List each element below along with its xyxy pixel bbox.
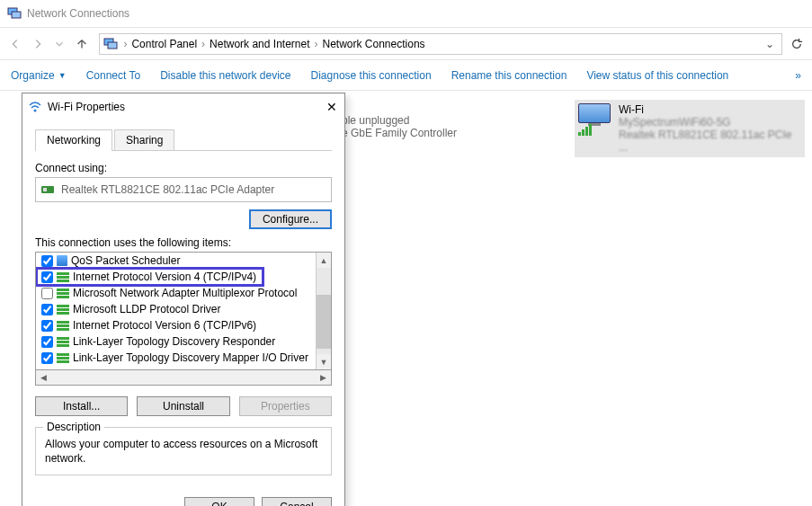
service-icon	[57, 255, 67, 266]
command-toolbar: Organize▼ Connect To Disable this networ…	[0, 60, 812, 91]
adapter-list: ble unplugged e GbE Family Controller Wi…	[342, 100, 805, 157]
protocol-icon	[57, 337, 69, 346]
item-label: Internet Protocol Version 4 (TCP/IPv4)	[73, 271, 256, 283]
up-button[interactable]	[74, 33, 91, 55]
scroll-left-icon[interactable]: ◀	[36, 370, 51, 385]
description-text: Allows your computer to access resources…	[45, 437, 322, 466]
item-checkbox[interactable]	[41, 288, 53, 299]
item-checkbox[interactable]	[41, 320, 53, 332]
protocol-icon	[57, 305, 69, 314]
configure-button[interactable]: Configure...	[249, 209, 332, 229]
forward-button[interactable]	[30, 33, 47, 55]
refresh-button[interactable]	[788, 33, 805, 55]
adapter-name: Wi-Fi	[619, 103, 801, 116]
wifi-adapter-icon	[578, 103, 611, 130]
item-label: Microsoft LLDP Protocol Driver	[73, 303, 221, 315]
scroll-up-icon[interactable]: ▲	[317, 253, 331, 268]
item-checkbox[interactable]	[41, 255, 53, 267]
folder-icon	[103, 37, 118, 51]
crumb-control-panel[interactable]: Control Panel	[129, 38, 200, 50]
item-label: Link-Layer Topology Discovery Mapper I/O…	[73, 351, 308, 364]
nic-icon	[41, 184, 56, 195]
network-app-icon	[7, 6, 22, 21]
more-commands-icon[interactable]: »	[795, 69, 801, 82]
scroll-right-icon[interactable]: ▶	[316, 370, 331, 385]
connect-using-label: Connect using:	[35, 162, 332, 174]
adapter-status: ble unplugged	[342, 114, 564, 127]
wifi-icon	[28, 100, 42, 114]
svg-rect-6	[43, 188, 47, 191]
items-listbox[interactable]: QoS Packet SchedulerInternet Protocol Ve…	[35, 252, 332, 370]
protocol-icon	[57, 289, 69, 297]
item-label: Internet Protocol Version 6 (TCP/IPv6)	[73, 319, 256, 332]
svg-rect-3	[108, 42, 117, 49]
item-checkbox[interactable]	[41, 352, 53, 364]
address-dropdown[interactable]: ⌄	[762, 38, 778, 50]
main-area: ble unplugged e GbE Family Controller Wi…	[0, 91, 812, 506]
list-item[interactable]: Microsoft LLDP Protocol Driver	[36, 301, 316, 317]
protocol-icon	[57, 353, 69, 362]
adapter-ethernet-partial[interactable]: ble unplugged e GbE Family Controller	[342, 100, 564, 139]
list-item[interactable]: Microsoft Network Adapter Multiplexor Pr…	[36, 285, 316, 301]
svg-rect-1	[12, 12, 21, 18]
ok-button[interactable]: OK	[184, 497, 254, 506]
back-button[interactable]	[7, 33, 24, 55]
wifi-properties-dialog: Wi-Fi Properties ✕ Networking Sharing Co…	[22, 93, 345, 506]
properties-button[interactable]: Properties	[239, 396, 332, 416]
dialog-title: Wi-Fi Properties	[48, 101, 125, 113]
item-label: Microsoft Network Adapter Multiplexor Pr…	[73, 287, 297, 299]
crumb-network-internet[interactable]: Network and Internet	[207, 38, 312, 50]
organize-menu[interactable]: Organize▼	[11, 69, 67, 82]
item-label: QoS Packet Scheduler	[71, 254, 180, 267]
list-item[interactable]: Internet Protocol Version 6 (TCP/IPv6)	[36, 317, 316, 333]
adapter-field[interactable]: Realtek RTL8821CE 802.11ac PCIe Adapter	[35, 177, 332, 202]
item-checkbox[interactable]	[41, 336, 53, 348]
list-item[interactable]: Internet Protocol Version 4 (TCP/IPv4)	[36, 269, 316, 285]
diagnose-button[interactable]: Diagnose this connection	[311, 69, 432, 82]
chevron-down-icon: ▼	[58, 71, 67, 80]
tab-strip: Networking Sharing	[35, 129, 332, 151]
chevron-right-icon: ›	[200, 38, 207, 50]
scroll-down-icon[interactable]: ▼	[317, 354, 331, 369]
svg-point-4	[34, 110, 37, 112]
rename-button[interactable]: Rename this connection	[451, 69, 567, 82]
tab-sharing[interactable]: Sharing	[114, 129, 174, 150]
item-checkbox[interactable]	[41, 271, 53, 283]
adapter-device: e GbE Family Controller	[342, 127, 564, 139]
adapter-device: Realtek RTL8821CE 802.11ac PCIe ...	[619, 129, 801, 154]
description-group: Description Allows your computer to acce…	[35, 427, 332, 475]
dialog-title-bar[interactable]: Wi-Fi Properties ✕	[22, 93, 344, 120]
adapter-ssid: MySpectrumWiFi60-5G	[619, 116, 801, 129]
view-status-button[interactable]: View status of this connection	[586, 69, 728, 82]
install-button[interactable]: Install...	[35, 396, 128, 416]
list-item[interactable]: Link-Layer Topology Discovery Responder	[36, 333, 316, 350]
tab-networking[interactable]: Networking	[35, 129, 112, 150]
close-button[interactable]: ✕	[326, 100, 337, 114]
items-label: This connection uses the following items…	[35, 236, 332, 249]
horizontal-scrollbar[interactable]: ◀ ▶	[35, 370, 332, 386]
adapter-wifi[interactable]: Wi-Fi MySpectrumWiFi60-5G Realtek RTL882…	[575, 100, 805, 157]
list-item[interactable]: QoS Packet Scheduler	[36, 253, 316, 269]
crumb-network-connections[interactable]: Network Connections	[320, 38, 428, 50]
protocol-icon	[57, 321, 69, 330]
recent-dropdown[interactable]	[51, 33, 68, 55]
nav-row: › Control Panel › Network and Internet ›…	[0, 28, 812, 60]
adapter-name-text: Realtek RTL8821CE 802.11ac PCIe Adapter	[61, 183, 274, 196]
window-title: Network Connections	[27, 7, 129, 20]
scrollbar-thumb[interactable]	[317, 295, 331, 349]
disable-device-button[interactable]: Disable this network device	[160, 69, 290, 82]
protocol-icon	[57, 272, 69, 281]
uninstall-button[interactable]: Uninstall	[137, 396, 229, 416]
chevron-right-icon: ›	[313, 38, 320, 50]
cancel-button[interactable]: Cancel	[262, 497, 332, 506]
connect-to-button[interactable]: Connect To	[86, 69, 141, 82]
chevron-right-icon: ›	[121, 38, 129, 50]
vertical-scrollbar[interactable]: ▲ ▼	[316, 253, 331, 369]
item-checkbox[interactable]	[41, 304, 53, 315]
breadcrumb[interactable]: › Control Panel › Network and Internet ›…	[99, 33, 782, 55]
list-item[interactable]: Link-Layer Topology Discovery Mapper I/O…	[36, 350, 316, 366]
item-label: Link-Layer Topology Discovery Responder	[73, 335, 275, 348]
description-legend: Description	[43, 421, 104, 433]
window-title-bar: Network Connections	[0, 0, 812, 28]
